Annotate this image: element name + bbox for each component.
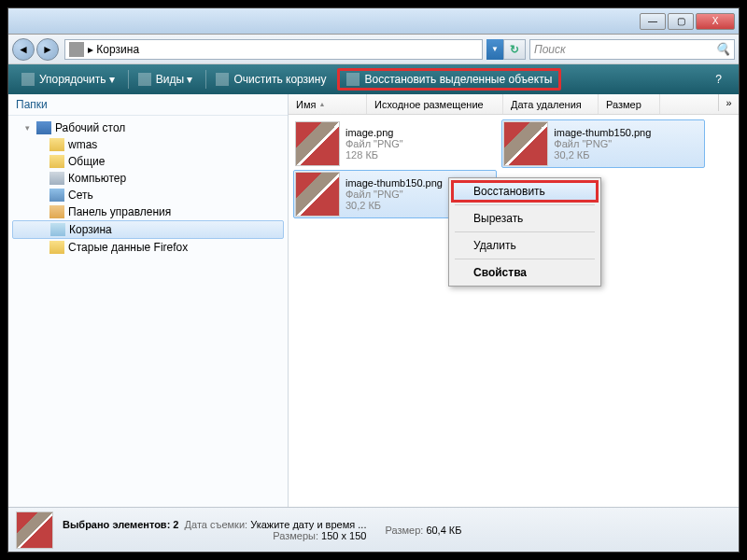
context-cut[interactable]: Вырезать <box>451 207 599 230</box>
restore-selected-button[interactable]: Восстановить выделенные объекты <box>337 68 561 91</box>
tree-item[interactable]: Общие <box>12 153 284 170</box>
file-type: Файл "PNG" <box>345 189 443 200</box>
command-bar: Упорядочить ▾ Виды ▾ Очистить корзину Во… <box>8 64 739 94</box>
column-name[interactable]: Имя <box>289 94 367 114</box>
tree-item[interactable]: Панель управления <box>12 203 284 220</box>
folder-icon <box>49 155 64 168</box>
file-type: Файл "PNG" <box>345 138 403 149</box>
separator <box>455 231 595 232</box>
more-columns-button[interactable]: » <box>718 94 739 111</box>
separator <box>205 70 206 89</box>
path-separator: ▸ <box>88 43 93 56</box>
context-delete[interactable]: Удалить <box>451 234 599 257</box>
file-thumbnail <box>295 121 340 166</box>
file-type: Файл "PNG" <box>554 138 651 149</box>
recycle-bin-icon <box>50 223 65 236</box>
address-dropdown[interactable]: ▼ <box>486 39 503 60</box>
column-original-location[interactable]: Исходное размещение <box>367 94 503 114</box>
column-date-deleted[interactable]: Дата удаления <box>503 94 599 114</box>
date-shot-label: Дата съемки: <box>185 519 247 530</box>
tree-item[interactable]: Сеть <box>12 187 284 203</box>
control-panel-icon <box>49 205 64 218</box>
separator <box>455 204 595 205</box>
tree-item[interactable]: wmas <box>12 136 284 153</box>
content-area: Папки ▾Рабочий стол wmas Общие Компьютер… <box>8 94 739 507</box>
maximize-button[interactable]: ▢ <box>668 13 694 30</box>
context-properties[interactable]: Свойства <box>451 261 599 284</box>
file-list-pane: Имя Исходное размещение Дата удаления Ра… <box>289 94 739 507</box>
folder-tree: ▾Рабочий стол wmas Общие Компьютер Сеть … <box>8 116 288 259</box>
empty-icon <box>216 73 229 86</box>
file-size: 128 КБ <box>345 149 403 161</box>
navigation-bar: ◄ ► ▸ Корзина ▼ ↻ Поиск 🔍 <box>8 35 739 64</box>
close-button[interactable]: X <box>696 13 735 30</box>
folders-header[interactable]: Папки <box>8 94 288 116</box>
explorer-window: — ▢ X ◄ ► ▸ Корзина ▼ ↻ Поиск 🔍 Упорядоч… <box>7 7 740 553</box>
file-thumbnail <box>503 121 548 166</box>
computer-icon <box>49 172 64 185</box>
titlebar: — ▢ X <box>8 8 739 35</box>
organize-button[interactable]: Упорядочить ▾ <box>14 70 122 89</box>
organize-icon <box>21 73 35 86</box>
search-input[interactable]: Поиск 🔍 <box>529 39 735 60</box>
empty-recycle-button[interactable]: Очистить корзину <box>208 70 333 89</box>
help-button[interactable]: ? <box>708 70 729 89</box>
status-selected-count: Выбрано элементов: 2 <box>63 519 178 530</box>
folder-icon <box>49 241 64 254</box>
folder-icon <box>49 138 64 151</box>
file-name: image-thumb150.png <box>554 127 651 138</box>
file-size: 30,2 КБ <box>554 149 651 161</box>
separator <box>128 70 129 89</box>
file-name: image-thumb150.png <box>345 177 443 189</box>
tree-item[interactable]: Компьютер <box>12 170 284 187</box>
forward-button[interactable]: ► <box>36 38 59 61</box>
status-thumbnail <box>16 511 53 549</box>
dimensions-label: Размеры: <box>273 530 318 541</box>
column-headers: Имя Исходное размещение Дата удаления Ра… <box>289 94 739 115</box>
context-restore[interactable]: Восстановить <box>451 180 599 203</box>
dimensions-value: 150 x 150 <box>321 530 366 541</box>
size-value: 60,4 КБ <box>426 525 461 536</box>
column-size[interactable]: Размер <box>599 94 660 114</box>
minimize-button[interactable]: — <box>640 13 666 30</box>
address-text: Корзина <box>96 43 139 56</box>
context-menu: Восстановить Вырезать Удалить Свойства <box>448 177 601 287</box>
views-icon <box>138 73 151 86</box>
file-name: image.png <box>345 127 403 138</box>
address-bar[interactable]: ▸ Корзина <box>64 39 483 60</box>
refresh-button[interactable]: ↻ <box>503 39 526 60</box>
file-size: 30,2 КБ <box>345 200 443 211</box>
search-icon: 🔍 <box>715 42 730 56</box>
network-icon <box>49 189 64 202</box>
search-placeholder: Поиск <box>534 43 566 56</box>
file-item[interactable]: image.png Файл "PNG" 128 КБ <box>293 119 497 168</box>
file-area[interactable]: image.png Файл "PNG" 128 КБ image-thumb1… <box>289 115 739 507</box>
navigation-pane: Папки ▾Рабочий стол wmas Общие Компьютер… <box>8 94 289 507</box>
recycle-bin-icon <box>69 42 84 57</box>
desktop-icon <box>36 121 51 134</box>
tree-recycle-bin[interactable]: Корзина <box>12 220 284 239</box>
views-button[interactable]: Виды ▾ <box>131 70 201 89</box>
tree-item[interactable]: Старые данные Firefox <box>12 239 284 256</box>
separator <box>455 259 595 259</box>
size-label: Размер: <box>385 525 423 536</box>
details-pane: Выбрано элементов: 2 Дата съемки: Укажит… <box>8 507 739 552</box>
file-item[interactable]: image-thumb150.png Файл "PNG" 30,2 КБ <box>501 119 705 168</box>
back-button[interactable]: ◄ <box>12 38 35 61</box>
date-shot-value[interactable]: Укажите дату и время ... <box>250 519 366 530</box>
file-thumbnail <box>295 172 340 217</box>
tree-desktop[interactable]: ▾Рабочий стол <box>12 119 284 136</box>
restore-icon <box>346 73 359 86</box>
